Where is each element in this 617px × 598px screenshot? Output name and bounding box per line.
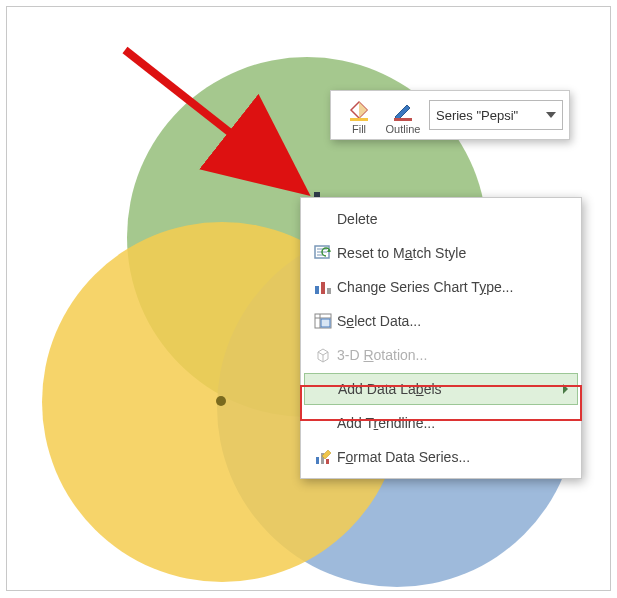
series-selector[interactable]: Series "Pepsi": [429, 100, 563, 130]
menu-add-data-labels[interactable]: Add Data Labels: [304, 373, 578, 405]
series-selector-label: Series "Pepsi": [436, 108, 518, 123]
menu-select-data-label: Select Data...: [337, 313, 569, 329]
mini-toolbar: Fill Outline Series "Pepsi": [330, 90, 570, 140]
cube-icon: [309, 346, 337, 364]
menu-format-data-series-label: Format Data Series...: [337, 449, 569, 465]
pen-icon: [391, 97, 415, 123]
menu-delete-label: Delete: [337, 211, 569, 227]
menu-change-chart-type-label: Change Series Chart Type...: [337, 279, 569, 295]
paint-bucket-icon: [347, 97, 371, 123]
fill-button[interactable]: Fill: [337, 95, 381, 135]
menu-delete[interactable]: Delete: [303, 202, 579, 236]
menu-reset-style-label: Reset to Match Style: [337, 245, 569, 261]
data-point-yellow[interactable]: [216, 396, 226, 406]
menu-change-chart-type[interactable]: Change Series Chart Type...: [303, 270, 579, 304]
svg-rect-15: [326, 459, 329, 464]
menu-add-trendline[interactable]: Add Trendline...: [303, 406, 579, 440]
svg-rect-6: [315, 286, 319, 294]
svg-rect-8: [327, 288, 331, 294]
svg-rect-2: [350, 118, 368, 121]
reset-icon: [309, 244, 337, 262]
menu-add-trendline-label: Add Trendline...: [337, 415, 569, 431]
svg-rect-3: [394, 118, 412, 121]
menu-3d-rotation-label: 3-D Rotation...: [337, 347, 569, 363]
menu-add-data-labels-label: Add Data Labels: [338, 381, 563, 397]
fill-label: Fill: [352, 123, 366, 135]
menu-format-data-series[interactable]: Format Data Series...: [303, 440, 579, 474]
menu-select-data[interactable]: Select Data...: [303, 304, 579, 338]
svg-rect-7: [321, 282, 325, 294]
menu-3d-rotation: 3-D Rotation...: [303, 338, 579, 372]
outline-button[interactable]: Outline: [381, 95, 425, 135]
select-data-icon: [309, 312, 337, 330]
context-menu: Delete Reset to Match Style Change Serie…: [300, 197, 582, 479]
submenu-arrow-icon: [563, 384, 568, 394]
outline-label: Outline: [386, 123, 421, 135]
chart-type-icon: [309, 278, 337, 296]
format-series-icon: [309, 448, 337, 466]
svg-rect-12: [321, 319, 330, 327]
svg-rect-13: [316, 457, 319, 464]
menu-reset-style[interactable]: Reset to Match Style: [303, 236, 579, 270]
chevron-down-icon: [546, 112, 556, 118]
